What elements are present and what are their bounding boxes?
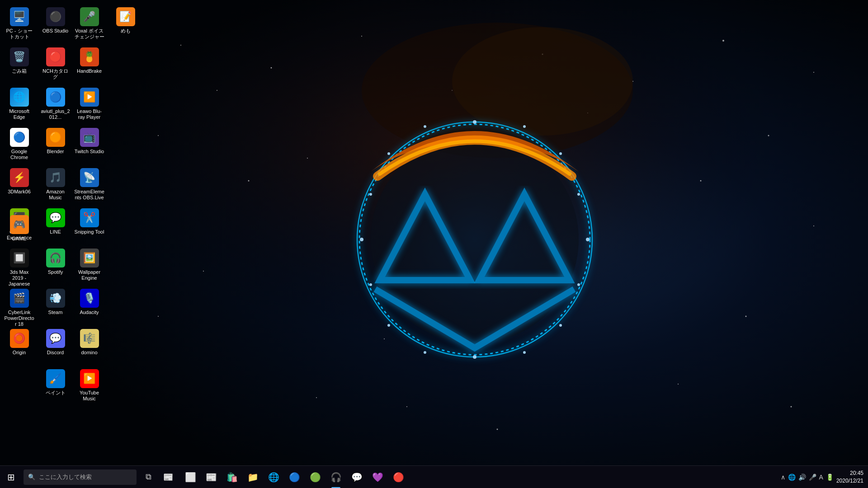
amazon-music-icon-img: 🎵 [46, 168, 65, 187]
streamelements-desktop-icon[interactable]: 📡StreamElements OBS.Live [72, 165, 106, 204]
obs-studio-desktop-icon[interactable]: ⚫OBS Studio [38, 5, 72, 43]
chevron-up-icon[interactable]: ∧ [781, 474, 785, 481]
wallpaper-engine-desktop-icon[interactable]: 🖼️Wallpaper Engine [72, 246, 106, 284]
domino-desktop-icon[interactable]: 🎼domino [72, 326, 106, 365]
domino-icon-img: 🎼 [80, 329, 99, 348]
desktop: 🖥️PC - ショートカット🗑️ごみ箱🌐Microsoft Edge🔵Googl… [0, 0, 868, 465]
ms-store-taskbar-btn[interactable]: 🛍️ [222, 466, 242, 488]
recycle-bin-desktop-icon[interactable]: 🗑️ごみ箱 [2, 45, 36, 83]
aviutl-icon-img: 🔵 [46, 88, 65, 107]
memo-icon[interactable]: 📝 めも [108, 5, 142, 43]
discord-desktop-icon[interactable]: 💬Discord [38, 326, 72, 365]
3dsmax-icon-img: 🔲 [10, 249, 29, 267]
memo-icon-img: 📝 [116, 7, 135, 26]
3dmark06-icon-label: 3DMark06 [8, 189, 31, 195]
pc-shortcut-icon-img: 🖥️ [10, 7, 29, 26]
mic-icon[interactable]: 🎤 [809, 474, 816, 481]
edge-tb2-taskbar-btn[interactable]: 🔵 [284, 466, 305, 488]
line-icon-label: LINE [50, 229, 61, 235]
game-label: GAME [12, 236, 26, 242]
clock[interactable]: 20:45 2020/12/21 [836, 469, 863, 485]
task-view-button[interactable]: ⧉ [138, 466, 158, 488]
cyberlink-desktop-icon[interactable]: 🎬CyberLink PowerDirector 18 [2, 286, 36, 324]
taskbar-apps: ⬜📰🛍️📁🌐🔵🟢🎧💬💜🔴 [178, 466, 781, 488]
edge-tb-taskbar-btn[interactable]: 🌐 [263, 466, 284, 488]
search-placeholder: ここに入力して検索 [39, 473, 92, 481]
nch-catalog-desktop-icon[interactable]: 🔴NCHカタログ [38, 45, 72, 83]
twitch-studio-desktop-icon[interactable]: 📺Twitch Studio [72, 125, 106, 164]
paint-icon-label: ペイント [46, 390, 66, 396]
search-box[interactable]: 🔍 ここに入力して検索 [24, 469, 137, 485]
pc-shortcut-icon-label: PC - ショートカット [4, 28, 34, 40]
3dsmax-icon-label: 3ds Max 2019 - Japanese [4, 269, 34, 287]
task-view-taskbar-btn[interactable]: ⬜ [180, 466, 201, 488]
paint-desktop-icon[interactable]: 🖌️ペイント [38, 366, 72, 405]
streamelements-icon-img: 📡 [80, 168, 99, 187]
nch-catalog-icon-img: 🔴 [46, 47, 65, 66]
spotify-desktop-icon[interactable]: 🎧Spotify [38, 246, 72, 284]
amazon-music-desktop-icon[interactable]: 🎵Amazon Music [38, 165, 72, 204]
clock-time: 20:45 [850, 469, 863, 477]
domino-icon-label: domino [81, 350, 97, 356]
spotify-tb-taskbar-btn[interactable]: 🎧 [326, 466, 346, 488]
line-desktop-icon[interactable]: 💬LINE [38, 206, 72, 244]
steam-desktop-icon[interactable]: 💨Steam [38, 286, 72, 324]
start-button[interactable]: ⊞ [0, 466, 22, 488]
search-icon: 🔍 [28, 474, 35, 480]
streamelements-icon-label: StreamElements OBS.Live [74, 189, 104, 201]
chrome-tb-taskbar-btn[interactable]: 🟢 [305, 466, 326, 488]
voxal-desktop-icon[interactable]: 🎤Voxal ボイスチェンジャー [72, 5, 106, 43]
nch-catalog-icon-label: NCHカタログ [40, 68, 71, 80]
3dmark06-icon-img: ⚡ [10, 168, 29, 187]
paint-icon-img: 🖌️ [46, 369, 65, 388]
leawo-icon-img: ▶️ [80, 88, 99, 107]
volume-icon[interactable]: 🔊 [798, 474, 806, 481]
blender-desktop-icon[interactable]: 🟠Blender [38, 125, 72, 164]
network-icon[interactable]: 🌐 [788, 474, 796, 481]
audacity-icon-label: Audacity [80, 310, 99, 315]
youtube-music-desktop-icon[interactable]: ▶️YouTube Music [72, 366, 106, 405]
leawo-desktop-icon[interactable]: ▶️Leawo Blu-ray Player [72, 85, 106, 123]
widgets-taskbar-btn[interactable]: 📰 [201, 466, 222, 488]
pc-shortcut-desktop-icon[interactable]: 🖥️PC - ショートカット [2, 5, 36, 43]
obs-studio-icon-label: OBS Studio [42, 28, 68, 34]
explorer-taskbar-btn[interactable]: 📁 [242, 466, 263, 488]
voxal-icon-label: Voxal ボイスチェンジャー [74, 28, 104, 40]
snipping-tool-desktop-icon[interactable]: ✂️Snipping Tool [72, 206, 106, 244]
origin-desktop-icon[interactable]: ⭕Origin [2, 326, 36, 365]
voxal-icon-img: 🎤 [80, 7, 99, 26]
steam-icon-img: 💨 [46, 289, 65, 308]
discord-icon-label: Discord [47, 350, 64, 356]
handbrake-icon-label: HandBrake [77, 68, 102, 74]
handbrake-desktop-icon[interactable]: 🍍HandBrake [72, 45, 106, 83]
line-tb-taskbar-btn[interactable]: 💬 [346, 466, 367, 488]
game-icon[interactable]: 🎮 GAME [2, 212, 36, 251]
aviutl-desktop-icon[interactable]: 🔵aviutl_plus_2012... [38, 85, 72, 123]
taskbar-right: ∧ 🌐 🔊 🎤 A 🔋 20:45 2020/12/21 [781, 469, 868, 485]
widgets-button[interactable]: 📰 [158, 466, 178, 488]
discord-icon-img: 💬 [46, 329, 65, 348]
3dmark06-desktop-icon[interactable]: ⚡3DMark06 [2, 165, 36, 204]
handbrake-icon-img: 🍍 [80, 47, 99, 66]
desktop-column-1: 🖥️PC - ショートカット🗑️ごみ箱🌐Microsoft Edge🔵Googl… [2, 5, 36, 365]
microsoft-edge-desktop-icon[interactable]: 🌐Microsoft Edge [2, 85, 36, 123]
battery-icon[interactable]: 🔋 [826, 474, 834, 481]
microsoft-edge-icon-img: 🌐 [10, 88, 29, 107]
recycle-bin-icon-label: ごみ箱 [12, 68, 27, 74]
google-chrome-icon-img: 🔵 [10, 128, 29, 147]
arma-tb-taskbar-btn[interactable]: 🔴 [388, 466, 409, 488]
wallpaper-engine-icon-img: 🖼️ [80, 249, 99, 267]
wallpaper-engine-icon-label: Wallpaper Engine [74, 269, 104, 281]
3dsmax-desktop-icon[interactable]: 🔲3ds Max 2019 - Japanese [2, 246, 36, 284]
discord-tb-taskbar-btn[interactable]: 💜 [367, 466, 388, 488]
desktop-column-3: 🎤Voxal ボイスチェンジャー🍍HandBrake▶️Leawo Blu-ra… [72, 5, 106, 405]
snipping-tool-icon-label: Snipping Tool [75, 229, 104, 235]
google-chrome-icon-label: Google Chrome [4, 149, 34, 160]
spotify-icon-img: 🎧 [46, 249, 65, 267]
google-chrome-desktop-icon[interactable]: 🔵Google Chrome [2, 125, 36, 164]
spotify-icon-label: Spotify [48, 269, 63, 275]
audacity-desktop-icon[interactable]: 🎙️Audacity [72, 286, 106, 324]
leawo-icon-label: Leawo Blu-ray Player [74, 108, 104, 120]
ime-icon[interactable]: A [819, 474, 823, 481]
blender-icon-label: Blender [47, 149, 64, 155]
